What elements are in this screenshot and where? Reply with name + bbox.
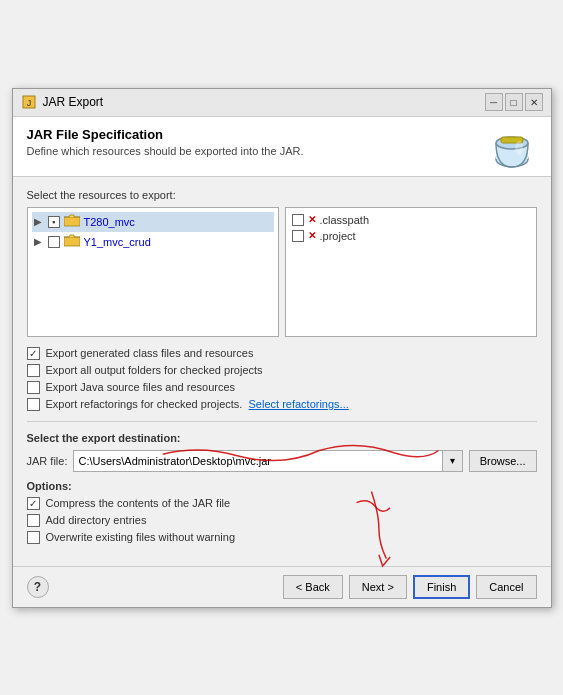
dest-label: Select the export destination: xyxy=(27,432,537,444)
tree-item-t280[interactable]: ▶ ▪ T280_mvc xyxy=(32,212,274,232)
checkbox-3[interactable] xyxy=(27,381,40,394)
section-desc: Define which resources should be exporte… xyxy=(27,145,304,157)
main-content: Select the resources to export: ▶ ▪ T280… xyxy=(13,177,551,566)
maximize-button[interactable]: □ xyxy=(505,93,523,111)
divider-1 xyxy=(27,421,537,422)
title-bar: J JAR Export ─ □ ✕ xyxy=(13,89,551,117)
bottom-bar: ? < Back Next > Finish Cancel xyxy=(13,566,551,607)
tree-item-text-project: .project xyxy=(320,230,356,242)
checkbox-1[interactable] xyxy=(27,347,40,360)
refactoring-link[interactable]: Select refactorings... xyxy=(249,398,349,410)
svg-point-6 xyxy=(515,141,523,155)
check-label-4: Export refactorings for checked projects… xyxy=(46,398,349,410)
tree-checkbox-project[interactable] xyxy=(292,230,304,242)
option-checkbox-2[interactable] xyxy=(27,514,40,527)
file-icon-project: ✕ xyxy=(308,230,316,241)
bottom-left: ? xyxy=(27,576,49,598)
option-checkbox-1[interactable] xyxy=(27,497,40,510)
checkbox-2[interactable] xyxy=(27,364,40,377)
svg-text:J: J xyxy=(26,98,31,108)
minimize-button[interactable]: ─ xyxy=(485,93,503,111)
check-label-1: Export generated class files and resourc… xyxy=(46,347,254,359)
window-icon: J xyxy=(21,94,37,110)
check-label-2: Export all output folders for checked pr… xyxy=(46,364,263,376)
option-row-1: Compress the contents of the JAR file xyxy=(27,497,537,510)
option-row-3: Overwrite existing files without warning xyxy=(27,531,537,544)
file-icon-classpath: ✕ xyxy=(308,214,316,225)
checkbox-4[interactable] xyxy=(27,398,40,411)
header-area: JAR File Specification Define which reso… xyxy=(13,117,551,177)
title-bar-buttons: ─ □ ✕ xyxy=(485,93,543,111)
finish-button[interactable]: Finish xyxy=(413,575,470,599)
bottom-right: < Back Next > Finish Cancel xyxy=(283,575,537,599)
check-row-4: Export refactorings for checked projects… xyxy=(27,398,537,411)
option-label-3: Overwrite existing files without warning xyxy=(46,531,236,543)
tree-arrow-t280: ▶ xyxy=(34,216,44,227)
resources-label: Select the resources to export: xyxy=(27,189,537,201)
tree-checkbox-y1[interactable] xyxy=(48,236,60,248)
title-bar-left: J JAR Export xyxy=(21,94,104,110)
tree-item-text-classpath: .classpath xyxy=(320,214,370,226)
check-row-1: Export generated class files and resourc… xyxy=(27,347,537,360)
check-label-3: Export Java source files and resources xyxy=(46,381,236,393)
option-label-2: Add directory entries xyxy=(46,514,147,526)
tree-item-project[interactable]: ✕ .project xyxy=(290,228,532,244)
options-label: Options: xyxy=(27,480,537,492)
folder-icon-t280 xyxy=(64,214,80,230)
export-checkboxes: Export generated class files and resourc… xyxy=(27,347,537,411)
option-label-1: Compress the contents of the JAR file xyxy=(46,497,231,509)
resources-panels: ▶ ▪ T280_mvc ▶ xyxy=(27,207,537,337)
folder-icon-y1 xyxy=(64,234,80,250)
tree-item-text-t280: T280_mvc xyxy=(84,216,135,228)
tree-item-classpath[interactable]: ✕ .classpath xyxy=(290,212,532,228)
tree-checkbox-t280[interactable]: ▪ xyxy=(48,216,60,228)
window-title: JAR Export xyxy=(43,95,104,109)
jar-icon xyxy=(491,123,533,172)
left-tree-panel[interactable]: ▶ ▪ T280_mvc ▶ xyxy=(27,207,279,337)
option-row-2: Add directory entries xyxy=(27,514,537,527)
tree-arrow-y1: ▶ xyxy=(34,236,44,247)
cancel-button[interactable]: Cancel xyxy=(476,575,536,599)
jar-input-wrap: ▾ xyxy=(73,450,462,472)
tree-item-text-y1: Y1_mvc_crud xyxy=(84,236,151,248)
jar-row: JAR file: ▾ Browse... xyxy=(27,450,537,472)
option-checkbox-3[interactable] xyxy=(27,531,40,544)
check-row-2: Export all output folders for checked pr… xyxy=(27,364,537,377)
check-row-3: Export Java source files and resources xyxy=(27,381,537,394)
next-button[interactable]: Next > xyxy=(349,575,407,599)
right-tree-panel[interactable]: ✕ .classpath ✕ .project xyxy=(285,207,537,337)
browse-button[interactable]: Browse... xyxy=(469,450,537,472)
help-button[interactable]: ? xyxy=(27,576,49,598)
jar-file-label: JAR file: xyxy=(27,455,68,467)
section-title: JAR File Specification xyxy=(27,127,304,142)
tree-checkbox-classpath[interactable] xyxy=(292,214,304,226)
jar-export-window: J JAR Export ─ □ ✕ JAR File Specificatio… xyxy=(12,88,552,608)
back-button[interactable]: < Back xyxy=(283,575,343,599)
close-button[interactable]: ✕ xyxy=(525,93,543,111)
options-checkboxes: Compress the contents of the JAR file Ad… xyxy=(27,497,537,544)
jar-file-input[interactable] xyxy=(73,450,442,472)
tree-item-y1[interactable]: ▶ Y1_mvc_crud xyxy=(32,232,274,252)
dropdown-arrow[interactable]: ▾ xyxy=(443,450,463,472)
